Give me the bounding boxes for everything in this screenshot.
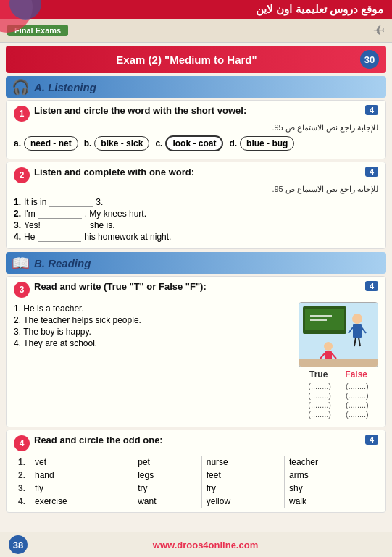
svg-rect-4	[305, 309, 344, 330]
listening-icon: 🎧	[12, 78, 30, 96]
tf-row-4: (........) (........)	[308, 410, 369, 419]
svg-rect-8	[353, 324, 362, 338]
fill-blank-3[interactable]	[43, 220, 87, 230]
false-label: False	[345, 369, 367, 380]
tf-row-3: (........) (........)	[308, 401, 369, 409]
option-b-letter: b.	[84, 138, 92, 148]
option-d: d. blue - bug	[229, 136, 294, 151]
question3-header: 3 Read and write (True "T" or False "F")…	[14, 281, 378, 299]
question1-text: Listen and circle the word with the shor…	[34, 105, 246, 116]
exam-title-text: Exam (2) "Medium to Hard"	[13, 54, 360, 66]
section-a-title: A. Listening	[34, 81, 96, 93]
statement-4: 4. They are at school.	[14, 338, 293, 348]
fill-line-3: 3. Yes! she is.	[14, 220, 378, 230]
tf-row-2: (........) (........)	[308, 391, 369, 400]
question4-header: 4 Read and circle the odd one: 4	[14, 435, 378, 453]
option-c-pill: look - coat	[165, 135, 223, 151]
tf-row-1: (........) (........)	[308, 382, 369, 390]
arabic-banner: موقع دروس تعليمية اون لاين	[0, 0, 392, 19]
fill-blank-4[interactable]	[38, 232, 81, 242]
question3-score: 4	[365, 281, 378, 291]
option-c-letter: c.	[155, 138, 162, 148]
statement-3: 3. The boy is happy.	[14, 327, 293, 337]
question1-arabic-ref: للإجابة راجع نص الاستماع ص 95.	[14, 123, 378, 133]
option-b-pill: bike - sick	[94, 136, 149, 151]
reading-statements-col: 1. He is a teacher. 2. The teacher helps…	[14, 302, 293, 419]
exam-number-badge: 30	[360, 50, 379, 69]
fill-blank-2[interactable]	[38, 209, 82, 219]
question1-options: a. need - net b. bike - sick c. look - c…	[14, 135, 378, 151]
svg-point-7	[352, 314, 362, 324]
question4-score: 4	[365, 435, 378, 445]
table-row: 3. fly try fry shy	[14, 482, 378, 495]
question1-row: 1 Listen and circle the word with the sh…	[14, 105, 246, 122]
question2-num: 2	[14, 167, 30, 183]
fill-lines: 1. It is in 3. 2. I'm . My knees hurt. 3…	[14, 197, 378, 242]
question1-num: 1	[14, 106, 30, 122]
question4-row: 4 Read and circle the odd one:	[14, 435, 163, 451]
option-b: b. bike - sick	[84, 136, 150, 151]
fill-num-4: 4.	[14, 232, 21, 242]
fill-num-1: 1.	[14, 197, 21, 207]
table-row: 1. vet pet nurse teacher	[14, 456, 378, 469]
reading-content: 1. He is a teacher. 2. The teacher helps…	[14, 302, 378, 419]
true-label: True	[309, 369, 328, 380]
reading-icon: 📖	[12, 254, 30, 272]
section-b-header: 📖 B. Reading	[6, 252, 386, 274]
question4-text: Read and circle the odd one:	[34, 435, 163, 445]
question2-row: 2 Listen and complete with one word:	[14, 167, 194, 183]
question1-header: 1 Listen and circle the word with the sh…	[14, 105, 378, 123]
question2-text: Listen and complete with one word:	[34, 167, 194, 177]
table-row: 4. exercise want yellow walk	[14, 495, 378, 508]
section-a-header: 🎧 A. Listening	[6, 76, 386, 98]
tf-rows: (........) (........) (........) (......…	[301, 381, 376, 419]
tf-header-row: True False	[309, 369, 367, 380]
exam-title-bar: Exam (2) "Medium to Hard" 30	[6, 46, 386, 73]
question3-box: 3 Read and write (True "T" or False "F")…	[6, 276, 386, 427]
fill-line-4: 4. He his homework at night.	[14, 232, 378, 242]
section-b-title: B. Reading	[34, 257, 91, 269]
website-url: www.droos4online.com	[28, 540, 383, 550]
final-exams-tab: Final Exams	[7, 25, 68, 36]
option-d-pill: blue - bug	[240, 136, 294, 151]
statement-2: 2. The teacher helps sick people.	[14, 315, 293, 325]
svg-point-13	[324, 342, 333, 351]
question2-box: 2 Listen and complete with one word: 4 ل…	[6, 162, 386, 249]
table-row: 2. hand legs feet arms	[14, 469, 378, 482]
question2-arabic-ref: للإجابة راجع نص الاستماع ص 95.	[14, 185, 378, 194]
question3-text: Read and write (True "T" or False "F"):	[34, 281, 207, 292]
option-c: c. look - coat	[155, 135, 223, 151]
fill-num-2: 2.	[14, 209, 21, 219]
question2-score: 4	[365, 167, 378, 177]
page-footer: 38 www.droos4online.com	[0, 532, 392, 557]
question3-num: 3	[14, 282, 30, 298]
odd-one-table: 1. vet pet nurse teacher 2. hand legs fe…	[14, 456, 378, 508]
question4-box: 4 Read and circle the odd one: 4 1. vet …	[6, 430, 386, 513]
fill-num-3: 3.	[14, 220, 21, 230]
question4-num: 4	[14, 435, 30, 451]
option-a-pill: need - net	[24, 136, 78, 151]
question1-box: 1 Listen and circle the word with the sh…	[6, 100, 386, 159]
illustration-area: True False (........) (........) (......…	[299, 302, 378, 419]
question2-header: 2 Listen and complete with one word: 4	[14, 167, 378, 185]
reading-image	[299, 302, 378, 367]
question1-score: 4	[365, 105, 378, 115]
statement-1: 1. He is a teacher.	[14, 303, 293, 314]
page-number: 38	[9, 535, 28, 554]
option-a: a. need - net	[14, 136, 78, 151]
final-exams-strip: Final Exams ✈	[0, 19, 392, 43]
svg-rect-19	[299, 359, 378, 367]
question3-row: 3 Read and write (True "T" or False "F")…	[14, 281, 207, 298]
option-a-letter: a.	[14, 138, 21, 148]
plane-icon: ✈	[372, 22, 385, 39]
fill-line-1: 1. It is in 3.	[14, 197, 378, 207]
fill-line-2: 2. I'm . My knees hurt.	[14, 209, 378, 219]
fill-blank-1[interactable]	[49, 197, 93, 207]
option-d-letter: d.	[229, 138, 237, 148]
